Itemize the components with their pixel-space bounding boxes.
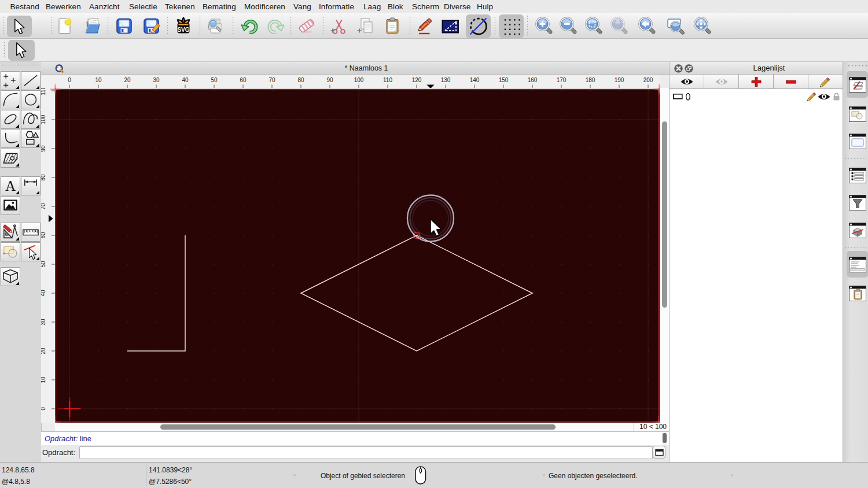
svg-text:130: 130 xyxy=(441,77,451,83)
svg-text:100: 100 xyxy=(354,77,364,83)
svg-text:0: 0 xyxy=(68,77,71,83)
svg-text:170: 170 xyxy=(557,77,567,83)
svg-text:90: 90 xyxy=(41,145,46,152)
svg-text:180: 180 xyxy=(586,77,595,83)
svg-text:140: 140 xyxy=(470,77,480,83)
svg-text:190: 190 xyxy=(615,77,624,83)
svg-text:60: 60 xyxy=(240,77,247,83)
svg-text:200: 200 xyxy=(643,77,653,83)
svg-text:50: 50 xyxy=(211,77,218,83)
svg-text:30: 30 xyxy=(41,319,46,326)
svg-text:40: 40 xyxy=(41,290,46,297)
svg-text:160: 160 xyxy=(528,77,538,83)
svg-text:70: 70 xyxy=(41,203,46,210)
svg-text:110: 110 xyxy=(41,88,46,95)
svg-text:30: 30 xyxy=(153,77,160,83)
svg-text:70: 70 xyxy=(269,77,275,83)
svg-text:SVG: SVG xyxy=(177,27,189,33)
svg-text:150: 150 xyxy=(499,77,509,83)
svg-text:10: 10 xyxy=(95,77,102,83)
svg-text:120: 120 xyxy=(412,77,422,83)
svg-text:60: 60 xyxy=(41,232,46,239)
svg-text:50: 50 xyxy=(41,261,46,268)
svg-text:40: 40 xyxy=(182,77,189,83)
svg-text:20: 20 xyxy=(41,347,46,354)
svg-text:20: 20 xyxy=(124,77,131,83)
svg-text:100: 100 xyxy=(41,114,46,124)
svg-text:80: 80 xyxy=(41,174,46,181)
svg-text:10: 10 xyxy=(41,376,46,383)
svg-text:110: 110 xyxy=(383,77,392,83)
svg-text:0: 0 xyxy=(41,407,46,411)
svg-text:90: 90 xyxy=(326,77,333,83)
svg-text:80: 80 xyxy=(297,77,304,83)
svg-text:A: A xyxy=(5,178,16,194)
